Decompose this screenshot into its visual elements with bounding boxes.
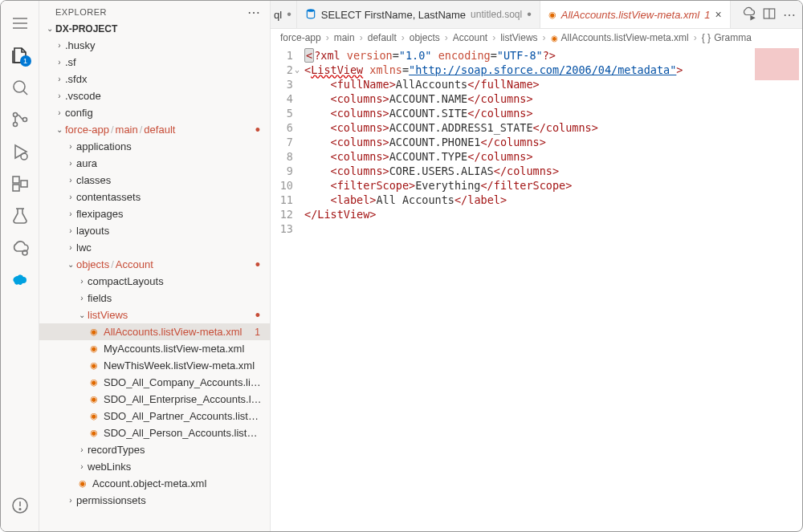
rss-icon: ◉ [76, 477, 89, 490]
svg-point-9 [21, 153, 27, 160]
file-newthisweek[interactable]: ◉NewThisWeek.listView-meta.xml [39, 357, 270, 374]
chevron-down-icon: ⌄ [44, 24, 55, 33]
folder-config[interactable]: ›config [39, 104, 270, 121]
file-sdo-person[interactable]: ◉SDO_All_Person_Accounts.listView-... [39, 424, 270, 441]
source-control-icon[interactable] [1, 104, 39, 136]
svg-line-4 [23, 91, 27, 95]
rss-icon: ◉ [88, 359, 100, 372]
chevron-right-icon: › [65, 209, 76, 218]
chevron-right-icon: › [54, 108, 65, 117]
activity-bar: 1 [1, 1, 39, 531]
folder-classes[interactable]: ›classes [39, 172, 270, 189]
explorer-more-icon[interactable]: ⋯ [247, 8, 261, 17]
folder-vscode[interactable]: ›.vscode [39, 87, 270, 104]
file-myaccounts[interactable]: ◉MyAccounts.listView-meta.xml [39, 340, 270, 357]
breadcrumbs[interactable]: force-app› main› default› objects› Accou… [271, 29, 802, 47]
extensions-icon[interactable] [1, 168, 39, 200]
explorer-icon[interactable]: 1 [1, 39, 39, 71]
folder-flexipages[interactable]: ›flexipages [39, 205, 270, 222]
warning-icon[interactable] [1, 489, 39, 522]
folder-weblinks[interactable]: ›webLinks [39, 458, 270, 475]
chevron-right-icon: › [65, 226, 76, 235]
chevron-right-icon: › [65, 159, 76, 168]
chevron-right-icon: › [65, 496, 76, 505]
folder-layouts[interactable]: ›layouts [39, 222, 270, 239]
svg-point-7 [22, 118, 26, 122]
file-account-meta[interactable]: ◉Account.object-meta.xml [39, 475, 270, 492]
svg-marker-19 [751, 16, 755, 20]
tab-bar: ql • SELECT FirstName, LastName untitled… [271, 1, 802, 29]
folder-applications[interactable]: ›applications [39, 138, 270, 155]
rss-icon: ◉ [551, 34, 558, 43]
testing-icon[interactable] [1, 200, 39, 232]
tab-active[interactable]: ◉ AllAccounts.listView-meta.xml 1 × [540, 1, 731, 28]
explorer-title: EXPLORER [55, 7, 107, 17]
chevron-right-icon: › [65, 243, 76, 252]
folder-lwc[interactable]: ›lwc [39, 239, 270, 256]
chevron-right-icon: › [65, 142, 76, 151]
file-allaccounts[interactable]: ◉ AllAccounts.listView-meta.xml 1 [39, 323, 270, 340]
search-icon[interactable] [1, 71, 39, 104]
explorer-sidebar: EXPLORER ⋯ ⌄ DX-PROJECT ›.husky ›.sf ›.s… [39, 1, 271, 531]
tab-problem-count: 1 [704, 9, 710, 21]
cloud-icon[interactable] [1, 232, 39, 264]
tab-partial[interactable]: ql • [271, 1, 297, 28]
svg-point-3 [14, 81, 25, 92]
modified-dot-icon: • [255, 261, 263, 269]
run-debug-icon[interactable] [1, 136, 39, 168]
folder-permissionsets[interactable]: ›permissionsets [39, 492, 270, 509]
chevron-right-icon: › [54, 58, 65, 67]
chevron-right-icon: › [54, 91, 65, 100]
svg-rect-11 [13, 185, 19, 191]
chevron-right-icon: › [76, 294, 88, 303]
svg-point-6 [13, 123, 17, 127]
folder-compactlayouts[interactable]: ›compactLayouts [39, 273, 270, 290]
folder-recordtypes[interactable]: ›recordTypes [39, 441, 270, 458]
braces-icon: { } [702, 32, 711, 43]
file-sdo-enterprise[interactable]: ◉SDO_All_Enterprise_Accounts.listVie... [39, 391, 270, 408]
code-editor[interactable]: 1 ⌄2 345 678 91011 1213 <?xml version="1… [271, 47, 802, 531]
rss-icon: ◉ [88, 427, 100, 440]
folder-aura[interactable]: ›aura [39, 155, 270, 172]
project-root[interactable]: ⌄ DX-PROJECT [39, 20, 270, 37]
svg-point-5 [13, 113, 17, 117]
modified-dot-icon: • [255, 311, 263, 319]
chevron-right-icon: › [76, 445, 88, 454]
chevron-right-icon: › [54, 41, 65, 50]
svg-point-17 [19, 509, 21, 510]
svg-point-18 [307, 9, 314, 11]
close-icon[interactable]: × [715, 8, 721, 21]
dirty-dot-icon: • [287, 7, 291, 22]
folder-contentassets[interactable]: ›contentassets [39, 189, 270, 205]
modified-dot-icon: • [255, 126, 263, 134]
folder-listviews[interactable]: ⌄ listViews • [39, 307, 270, 323]
split-editor-icon[interactable] [762, 6, 777, 23]
folder-objects-account[interactable]: ⌄ objects/Account • [39, 256, 270, 273]
file-tree: ⌄ DX-PROJECT ›.husky ›.sf ›.sfdx ›.vscod… [39, 20, 270, 531]
salesforce-icon[interactable] [1, 264, 39, 296]
menu-icon[interactable] [1, 7, 39, 39]
code-content[interactable]: <?xml version="1.0" encoding="UTF-8"?> <… [304, 47, 802, 531]
chevron-right-icon: › [76, 277, 88, 286]
folder-husky[interactable]: ›.husky [39, 37, 270, 54]
more-icon[interactable]: ⋯ [783, 7, 796, 22]
explorer-badge: 1 [20, 55, 31, 67]
rss-icon: ◉ [88, 410, 100, 423]
folder-sfdx[interactable]: ›.sfdx [39, 71, 270, 87]
chevron-down-icon: ⌄ [54, 125, 65, 134]
cloud-run-icon[interactable] [741, 6, 756, 23]
svg-rect-10 [13, 177, 19, 183]
file-sdo-company[interactable]: ◉SDO_All_Company_Accounts.listView... [39, 374, 270, 391]
rss-icon: ◉ [88, 326, 100, 339]
tab-soql[interactable]: SELECT FirstName, LastName untitled.soql… [297, 1, 540, 28]
tab-secondary-label: untitled.soql [471, 9, 522, 20]
folder-force-app[interactable]: ⌄ force-app/main/default • [39, 121, 270, 138]
rss-icon: ◉ [88, 376, 100, 389]
tab-label: AllAccounts.listView-meta.xml [561, 9, 699, 21]
problem-count: 1 [255, 327, 263, 338]
file-sdo-partner[interactable]: ◉SDO_All_Partner_Accounts.listView-... [39, 408, 270, 424]
chevron-right-icon: › [54, 75, 65, 83]
fold-icon[interactable]: ⌄ [295, 63, 300, 77]
folder-fields[interactable]: ›fields [39, 290, 270, 307]
folder-sf[interactable]: ›.sf [39, 54, 270, 71]
